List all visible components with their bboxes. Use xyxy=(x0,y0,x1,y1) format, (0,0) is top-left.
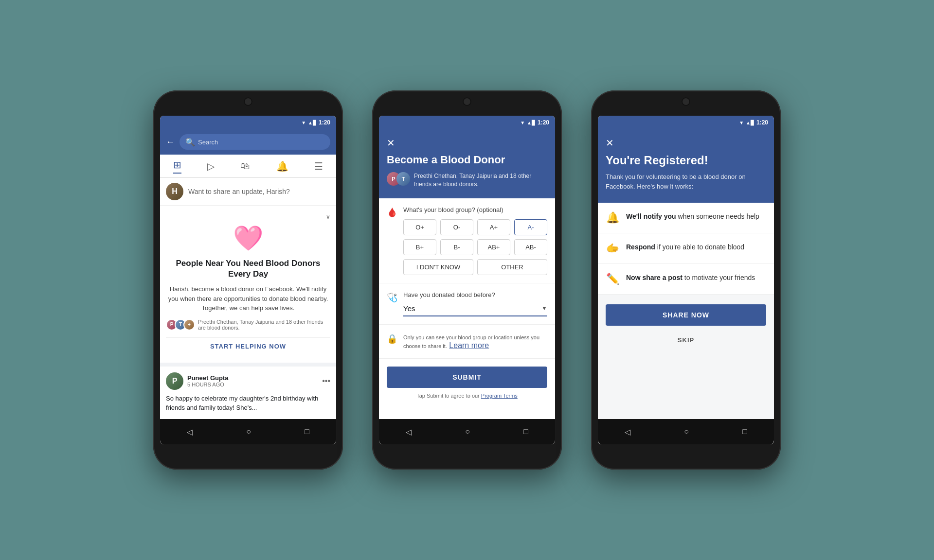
blood-group-ab-plus[interactable]: AB+ xyxy=(477,239,510,255)
post-text: So happy to celebrate my daughter's 2nd … xyxy=(166,394,330,413)
step-2: 🫱 Respond if you're able to donate blood xyxy=(598,233,774,264)
status-time-1: 1:20 xyxy=(319,119,330,126)
status-icons-3: ▼ ▲▉ 1:20 xyxy=(739,119,768,126)
donated-label: Have you donated blood before? xyxy=(403,291,547,298)
terms-prefix: Tap Submit to agree to our xyxy=(416,393,480,399)
privacy-content: Only you can see your blood group or loc… xyxy=(403,332,547,350)
nav-bell-icon[interactable]: 🔔 xyxy=(276,160,288,172)
post-user-info: Puneet Gupta 5 HOURS AGO xyxy=(187,374,229,387)
search-bar[interactable]: 🔍 Search xyxy=(180,134,330,150)
donated-dropdown[interactable]: Yes ▼ xyxy=(403,304,547,316)
privacy-row: 🔒 Only you can see your blood group or l… xyxy=(387,332,547,350)
donated-form-content: Have you donated blood before? Yes ▼ xyxy=(403,291,547,316)
blood-group-other[interactable]: OTHER xyxy=(477,259,547,275)
blood-group-a-plus[interactable]: A+ xyxy=(477,219,510,235)
back-button[interactable]: ← xyxy=(166,137,175,147)
friend-avatar-3: + xyxy=(183,319,195,331)
status-icons-1: ▼ ▲▉ 1:20 xyxy=(301,119,330,126)
nav-recent-btn[interactable]: □ xyxy=(305,427,309,436)
modal-close-button[interactable]: ✕ xyxy=(387,137,547,149)
reg-close-button[interactable]: ✕ xyxy=(606,137,766,149)
step-1-text: We'll notify you when someone needs help xyxy=(626,211,759,222)
step-1-rest: when someone needs help xyxy=(678,212,759,220)
blood-group-special: I DON'T KNOW OTHER xyxy=(403,259,547,275)
skip-button[interactable]: SKIP xyxy=(606,332,766,348)
wifi-icon-2: ▼ xyxy=(520,120,525,125)
blood-group-label: What's your blood group? (optional) xyxy=(403,206,547,213)
donated-section: 🩺 Have you donated blood before? Yes ▼ xyxy=(379,283,555,325)
step-3: ✏️ Now share a post to motivate your fri… xyxy=(598,264,774,295)
search-placeholder: Search xyxy=(198,139,218,146)
modal-header: ✕ Become a Blood Donor P T Preethi Cheth… xyxy=(379,129,555,198)
phone-screen-1: ▼ ▲▉ 1:20 ← 🔍 Search ⊞ ▷ 🛍 🔔 ☰ H Want to… xyxy=(160,116,336,444)
nav-home-btn-3[interactable]: ○ xyxy=(684,427,689,436)
blood-group-dont-know[interactable]: I DON'T KNOW xyxy=(403,259,473,275)
donated-row: 🩺 Have you donated blood before? Yes ▼ xyxy=(387,291,547,316)
privacy-link[interactable]: Learn more xyxy=(449,341,489,350)
modal-friend-avatar-2: T xyxy=(396,172,410,186)
nav-home-btn[interactable]: ○ xyxy=(246,427,251,436)
card-description: Harish, become a blood donor on Facebook… xyxy=(166,284,330,313)
signal-icon-2: ▲▉ xyxy=(527,120,536,125)
nav-back-btn-2[interactable]: ◁ xyxy=(406,427,412,437)
post-card: P Puneet Gupta 5 HOURS AGO ••• So happy … xyxy=(160,367,336,419)
nav-recent-btn-2[interactable]: □ xyxy=(523,427,528,436)
submit-button[interactable]: SUBMIT xyxy=(387,367,547,388)
signal-icon-3: ▲▉ xyxy=(746,120,754,125)
status-bar-1: ▼ ▲▉ 1:20 xyxy=(160,116,336,129)
nav-back-btn[interactable]: ◁ xyxy=(187,427,193,437)
card-chevron-icon: ∨ xyxy=(166,213,330,220)
blood-group-a-minus[interactable]: A- xyxy=(514,219,547,235)
terms-link[interactable]: Program Terms xyxy=(481,393,518,399)
post-time: 5 HOURS AGO xyxy=(187,382,229,387)
nav-menu-icon[interactable]: ☰ xyxy=(314,160,323,172)
user-avatar: H xyxy=(166,183,183,200)
step-2-text: Respond if you're able to donate blood xyxy=(626,242,744,252)
search-icon: 🔍 xyxy=(185,138,195,147)
card-title: People Near You Need Blood Donors Every … xyxy=(166,258,330,280)
android-nav-3: ◁ ○ □ xyxy=(598,419,774,444)
terms-text: Tap Submit to agree to our Program Terms xyxy=(387,393,547,399)
android-nav-2: ◁ ○ □ xyxy=(379,419,555,444)
hand-step-icon: 🫱 xyxy=(606,242,619,255)
step-2-rest: if you're able to donate blood xyxy=(657,243,744,251)
blood-group-b-minus[interactable]: B- xyxy=(440,239,473,255)
nav-home-btn-2[interactable]: ○ xyxy=(465,427,470,436)
step-2-bold: Respond xyxy=(626,243,655,251)
post-more-icon[interactable]: ••• xyxy=(322,377,330,385)
nav-back-btn-3[interactable]: ◁ xyxy=(625,427,630,437)
blood-group-grid: O+ O- A+ A- B+ B- AB+ AB- xyxy=(403,219,547,255)
fb-header: ← 🔍 Search xyxy=(160,129,336,155)
blood-group-b-plus[interactable]: B+ xyxy=(403,239,436,255)
step-1-bold: We'll notify you xyxy=(626,212,676,220)
blood-group-o-minus[interactable]: O- xyxy=(440,219,473,235)
post-header: P Puneet Gupta 5 HOURS AGO ••• xyxy=(166,372,330,390)
blood-group-form-content: What's your blood group? (optional) O+ O… xyxy=(403,206,547,275)
friends-avatars: P T + xyxy=(166,319,195,331)
share-now-button[interactable]: SHARE NOW xyxy=(606,304,766,326)
phone-3: ▼ ▲▉ 1:20 ✕ You're Registered! Thank you… xyxy=(591,90,781,470)
status-time-2: 1:20 xyxy=(538,119,549,126)
wifi-icon: ▼ xyxy=(301,120,306,125)
nav-feed-icon[interactable]: ⊞ xyxy=(173,159,181,174)
blood-group-o-plus[interactable]: O+ xyxy=(403,219,436,235)
nav-video-icon[interactable]: ▷ xyxy=(207,160,215,172)
phone-2: ▼ ▲▉ 1:20 ✕ Become a Blood Donor P T Pre… xyxy=(372,90,562,470)
start-helping-button[interactable]: START HELPING NOW xyxy=(166,337,330,355)
status-bar-3: ▼ ▲▉ 1:20 xyxy=(598,116,774,129)
phone-1: ▼ ▲▉ 1:20 ← 🔍 Search ⊞ ▷ 🛍 🔔 ☰ H Want to… xyxy=(153,90,343,470)
wifi-icon-3: ▼ xyxy=(739,120,744,125)
step-3-rest: to motivate your friends xyxy=(684,274,755,281)
status-icons-2: ▼ ▲▉ 1:20 xyxy=(520,119,549,126)
blood-group-ab-minus[interactable]: AB- xyxy=(514,239,547,255)
nav-recent-btn-3[interactable]: □ xyxy=(742,427,747,436)
step-3-bold: Now share a post xyxy=(626,274,683,281)
step-1: 🔔 We'll notify you when someone needs he… xyxy=(598,203,774,233)
registered-header: ✕ You're Registered! Thank you for volun… xyxy=(598,129,774,203)
reg-title: You're Registered! xyxy=(606,154,766,167)
post-user-name: Puneet Gupta xyxy=(187,374,229,382)
privacy-section: 🔒 Only you can see your blood group or l… xyxy=(379,325,555,359)
post-prompt-text[interactable]: Want to share an update, Harish? xyxy=(188,188,290,195)
reg-description: Thank you for volunteering to be a blood… xyxy=(606,172,766,191)
nav-marketplace-icon[interactable]: 🛍 xyxy=(240,160,250,172)
